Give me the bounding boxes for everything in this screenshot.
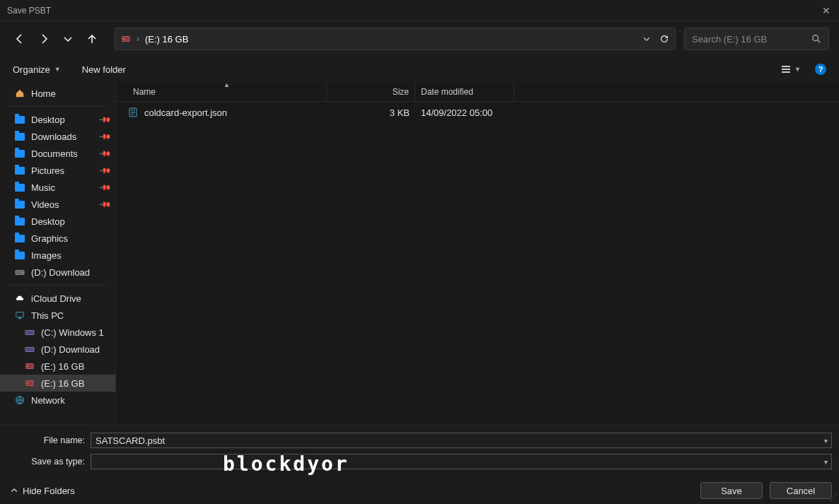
file-icon: [127, 107, 139, 118]
svg-rect-0: [122, 37, 130, 42]
folder-icon: [14, 199, 25, 210]
sidebar-label: (D:) Download: [31, 267, 90, 278]
file-size: 3 KB: [327, 107, 415, 118]
drive-icon: [14, 266, 25, 278]
folder-icon: [14, 148, 25, 159]
drive-icon: [24, 344, 35, 355]
sidebar-item-this-pc[interactable]: This PC: [0, 307, 115, 324]
separator: [10, 285, 105, 286]
drive-icon: [24, 361, 35, 372]
sidebar-label: Music: [31, 182, 55, 193]
nav-row: › (E:) 16 GB: [0, 21, 839, 57]
search-input[interactable]: [692, 34, 805, 45]
chevron-up-icon: [10, 486, 18, 495]
sidebar-label: iCloud Drive: [31, 293, 81, 304]
address-bar[interactable]: › (E:) 16 GB: [115, 28, 676, 50]
svg-rect-15: [26, 381, 34, 386]
savetype-label: Save as type:: [7, 457, 91, 467]
sidebar-item-pictures[interactable]: Pictures 📌: [0, 162, 115, 179]
sidebar-item-d-download[interactable]: (D:) Download: [0, 264, 115, 281]
resize-grip-icon[interactable]: ⋰: [830, 493, 838, 503]
organize-button[interactable]: Organize ▼: [13, 64, 61, 75]
svg-line-3: [818, 40, 821, 43]
folder-icon: [14, 114, 25, 125]
recent-button[interactable]: [58, 29, 78, 49]
chevron-down-icon: ▼: [794, 66, 801, 73]
sidebar-item-icloud[interactable]: iCloud Drive: [0, 290, 115, 307]
column-header-name[interactable]: ▲ Name: [127, 82, 327, 101]
sidebar-label: Network: [31, 395, 65, 406]
sidebar-label: Images: [31, 250, 62, 261]
sidebar-item-network[interactable]: Network: [0, 392, 115, 409]
close-icon[interactable]: ✕: [821, 5, 832, 16]
sidebar-label: Desktop: [31, 115, 65, 125]
save-form: File name: ▾ Save as type: ▾: [0, 425, 839, 469]
sidebar-item-documents[interactable]: Documents 📌: [0, 145, 115, 162]
svg-point-2: [813, 35, 818, 41]
svg-rect-6: [782, 71, 790, 73]
column-header-date[interactable]: Date modified: [415, 82, 514, 101]
folder-icon: [14, 165, 25, 176]
sidebar-label: Pictures: [31, 165, 64, 176]
pin-icon: 📌: [98, 112, 111, 126]
breadcrumb-separator: ›: [137, 34, 139, 44]
chevron-down-icon[interactable]: [642, 35, 651, 43]
folder-icon: [14, 131, 25, 142]
sidebar-item-e-drive-selected[interactable]: (E:) 16 GB: [0, 375, 115, 392]
sidebar-item-desktop[interactable]: Desktop 📌: [0, 111, 115, 128]
savetype-input[interactable]: [91, 454, 832, 469]
cancel-button[interactable]: Cancel: [770, 482, 832, 499]
sort-caret-icon: ▲: [224, 81, 230, 88]
search-box[interactable]: [684, 28, 829, 50]
svg-rect-12: [25, 347, 34, 351]
column-header-size[interactable]: Size: [327, 82, 415, 101]
sidebar-label: Home: [31, 88, 56, 99]
refresh-icon[interactable]: [659, 34, 669, 44]
sidebar-item-c-drive[interactable]: (C:) Windows 1: [0, 324, 115, 341]
sidebar-label: This PC: [31, 310, 64, 321]
toolbar: Organize ▼ New folder ▼ ?: [0, 57, 839, 82]
sidebar-item-downloads[interactable]: Downloads 📌: [0, 128, 115, 145]
hide-folders-button[interactable]: Hide Folders: [10, 486, 75, 496]
pin-icon: 📌: [98, 129, 111, 143]
up-button[interactable]: [82, 29, 102, 49]
cloud-icon: [14, 293, 25, 304]
svg-rect-9: [16, 312, 24, 317]
chevron-down-icon: ▼: [54, 66, 61, 73]
sidebar-item-home[interactable]: Home: [0, 85, 115, 102]
sidebar-item-e-drive[interactable]: (E:) 16 GB: [0, 358, 115, 375]
arrow-left-icon: [14, 33, 25, 45]
sidebar-item-desktop2[interactable]: Desktop: [0, 213, 115, 230]
separator: [10, 106, 105, 107]
save-button[interactable]: Save: [700, 482, 763, 499]
svg-point-8: [22, 272, 23, 274]
pin-icon: 📌: [98, 180, 111, 194]
address-location[interactable]: (E:) 16 GB: [145, 34, 188, 45]
sidebar-item-graphics[interactable]: Graphics: [0, 230, 115, 247]
new-folder-label: New folder: [82, 64, 126, 75]
sidebar-item-videos[interactable]: Videos 📌: [0, 196, 115, 213]
file-header: ▲ Name Size Date modified: [116, 82, 839, 102]
view-button[interactable]: ▼: [780, 64, 801, 75]
new-folder-button[interactable]: New folder: [82, 64, 126, 75]
sidebar-label: (C:) Windows 1: [41, 327, 104, 338]
sidebar-item-images[interactable]: Images: [0, 247, 115, 264]
search-icon[interactable]: [811, 34, 821, 44]
svg-point-16: [28, 382, 29, 384]
file-list-area: ▲ Name Size Date modified coldcard-expor…: [116, 82, 839, 425]
forward-button[interactable]: [34, 29, 54, 49]
main-area: Home Desktop 📌 Downloads 📌 Documents 📌 P…: [0, 82, 839, 425]
arrow-right-icon: [38, 33, 50, 45]
filename-input[interactable]: [91, 433, 832, 448]
sidebar-item-music[interactable]: Music 📌: [0, 179, 115, 196]
file-name: coldcard-export.json: [144, 107, 227, 118]
sidebar-label: Desktop: [31, 216, 65, 227]
network-icon: [14, 394, 25, 406]
filename-label: File name:: [7, 435, 91, 445]
help-icon[interactable]: ?: [815, 64, 826, 75]
drive-icon: [24, 377, 35, 389]
pin-icon: 📌: [98, 197, 111, 211]
sidebar-item-d-drive[interactable]: (D:) Download: [0, 341, 115, 358]
back-button[interactable]: [10, 29, 30, 49]
file-row[interactable]: coldcard-export.json 3 KB 14/09/2022 05:…: [116, 102, 839, 119]
